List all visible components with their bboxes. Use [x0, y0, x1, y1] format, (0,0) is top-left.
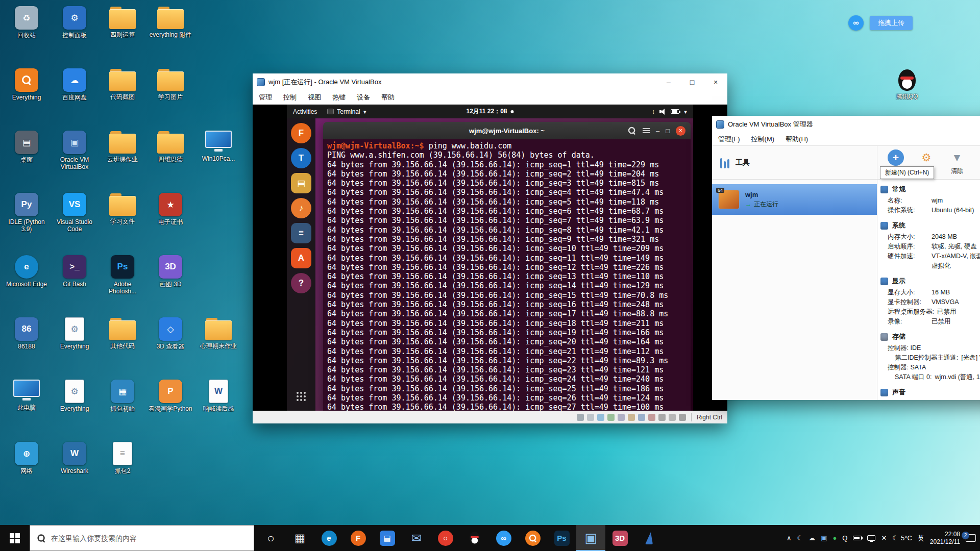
desktop-icon-microsoft-edge[interactable]: eMicrosoft Edge	[4, 255, 49, 288]
shared-folders-status-icon[interactable]	[628, 414, 635, 421]
desktop-icon-viewer-3d[interactable]: ◇3D 查看器	[148, 317, 193, 350]
app-menu[interactable]: Terminal ▾	[327, 108, 366, 115]
taskbar-app-wireshark[interactable]	[634, 525, 664, 551]
desktop-icon-e-certificate[interactable]: ★电子证书	[148, 193, 193, 226]
taskbar-search[interactable]	[30, 525, 254, 551]
desktop-icon-nahan-essay[interactable]: W呐喊读后感	[196, 380, 241, 412]
action-center-icon[interactable]: 2	[966, 534, 976, 542]
taskbar-app-task-view[interactable]: ▦	[285, 525, 314, 551]
ubuntu-status-area[interactable]: ↕ ▾	[652, 108, 687, 115]
network-status-icon[interactable]	[607, 414, 615, 421]
desktop-icon-control-panel[interactable]: ⚙控制面板	[52, 6, 97, 39]
desktop-icon-other-code[interactable]: 其他代码	[100, 317, 145, 349]
recording-status-icon[interactable]	[648, 414, 655, 421]
tray-weiyun-tray-icon[interactable]: ▣	[821, 534, 827, 542]
desktop-icon-git-bash[interactable]: >_Git Bash	[52, 255, 97, 288]
desktop-icon-oracle-virtualbox[interactable]: ▣Oracle VM VirtualBox	[52, 131, 97, 170]
drag-upload-button[interactable]: 拖拽上传	[870, 16, 913, 30]
desktop-icon-app-86188[interactable]: 8686188	[4, 317, 49, 350]
weiyun-cloud-icon[interactable]: ∞	[848, 15, 864, 31]
taskbar-app-photoshop[interactable]: Ps	[547, 525, 576, 551]
manager-titlebar[interactable]: Oracle VM VirtualBox 管理器	[712, 116, 980, 133]
desktop-icon-everything-3[interactable]: ⚙Everything	[52, 380, 97, 412]
tray-network-icon[interactable]	[867, 535, 875, 541]
ubuntu-clock[interactable]: 12月11 22：08	[466, 107, 513, 116]
terminal-close-button[interactable]: ×	[676, 126, 685, 136]
vm-menu-热键[interactable]: 热键	[332, 93, 346, 102]
input-language-button[interactable]: 英	[918, 534, 924, 543]
desktop-icon-recycle-bin[interactable]: ♻回收站	[4, 6, 49, 39]
terminal-minimize-button[interactable]: –	[656, 127, 659, 135]
terminal-titlebar[interactable]: wjm@wjm-VirtualBox: ~ – □ ×	[323, 122, 691, 139]
taskbar-app-edge[interactable]: e	[314, 525, 344, 551]
taskbar-app-listary[interactable]: ○	[256, 525, 285, 551]
hdd-status-icon[interactable]	[577, 414, 584, 421]
desktop-icon-paint-3d[interactable]: 3D画图 3D	[148, 255, 193, 288]
desktop-icon-sizeyunsuan[interactable]: 四则运算	[100, 6, 145, 38]
desktop-icon-wireshark[interactable]: WWireshark	[52, 442, 97, 474]
desktop-icon-study-images[interactable]: 学习图片	[148, 68, 193, 101]
desktop-icon-baidu-netdisk[interactable]: ☁百度网盘	[52, 68, 97, 101]
tray-onedrive-icon[interactable]: ☁	[808, 534, 815, 542]
desktop-icon-desktop-folder[interactable]: ▤桌面	[4, 131, 49, 163]
search-icon[interactable]	[628, 127, 635, 134]
music-icon[interactable]: ♪	[291, 198, 311, 218]
usb-status-icon[interactable]	[618, 414, 625, 421]
minimize-button[interactable]: –	[657, 73, 680, 90]
taskbar-clock[interactable]: 22:08 2021/12/11	[930, 531, 960, 546]
maximize-button[interactable]: □	[680, 73, 704, 90]
thunderbird-icon[interactable]: T	[291, 148, 311, 168]
help-icon[interactable]: ?	[291, 273, 311, 293]
taskbar-app-weiyun[interactable]: ∞	[489, 525, 518, 551]
taskbar-app-mail[interactable]: ✉	[402, 525, 431, 551]
terminal-output[interactable]: wjm@wjm-VirtualBox:~$ ping www.baidu.com…	[323, 139, 691, 411]
cd-status-icon[interactable]	[587, 414, 594, 421]
desktop-icon-idle-python[interactable]: PyIDLE (Python 3.9)	[4, 193, 49, 233]
terminal-restore-button[interactable]: □	[666, 127, 670, 135]
vm-menu-设备[interactable]: 设备	[357, 93, 370, 102]
desktop-icon-this-pc[interactable]: 此电脑	[4, 380, 49, 411]
vm-list-item-wjm[interactable]: 64 wjm → 正在运行	[712, 184, 877, 215]
text-editor-icon[interactable]: ≡	[291, 223, 311, 243]
tray-qq-tray-icon[interactable]: Q	[842, 534, 847, 542]
start-button[interactable]	[0, 525, 30, 551]
desktop-icon-vscode[interactable]: VSVisual Studio Code	[52, 193, 97, 233]
tray-volume-muted-icon[interactable]: ✕	[881, 534, 887, 542]
ubuntu-software-icon[interactable]: A	[291, 248, 311, 268]
taskbar-app-everything-search[interactable]	[518, 525, 547, 551]
taskbar-app-blue-app[interactable]: ▤	[373, 525, 402, 551]
desktop-icon-siweiside[interactable]: 四维思德	[148, 131, 193, 163]
close-button[interactable]: ×	[704, 73, 727, 90]
taskbar-app-qq[interactable]	[460, 525, 489, 551]
manager-menu-管理(F)[interactable]: 管理(F)	[718, 135, 740, 144]
menu-icon[interactable]	[643, 128, 650, 133]
display-status-icon[interactable]	[638, 414, 645, 421]
tray-battery-icon[interactable]	[853, 536, 862, 540]
mouse-status-icon[interactable]	[669, 414, 676, 421]
firefox-icon[interactable]: F	[291, 123, 311, 143]
vm-window-titlebar[interactable]: wjm [正在运行] - Oracle VM VirtualBox – □ ×	[253, 73, 727, 90]
desktop-icon-yunbanke-homework[interactable]: 云班课作业	[100, 131, 145, 163]
desktop-icon-psychology-homework[interactable]: 心理期末作业	[196, 317, 241, 349]
manager-menu-控制(M)[interactable]: 控制(M)	[751, 135, 775, 144]
audio-status-icon[interactable]	[597, 414, 604, 421]
vm-menu-帮助[interactable]: 帮助	[381, 93, 395, 102]
desktop-icon-everything-attachment[interactable]: everything 附件	[148, 6, 193, 38]
desktop-icon-tencent-qq[interactable]: 腾讯QQ	[886, 69, 928, 100]
desktop-icon-network-places[interactable]: ⊕网络	[4, 442, 49, 474]
desktop-icon-everything-2[interactable]: ⚙Everything	[52, 317, 97, 350]
features-status-icon[interactable]	[658, 414, 666, 421]
taskbar-app-firefox[interactable]: F	[344, 525, 373, 551]
activities-button[interactable]: Activities	[293, 108, 317, 115]
tray-green-status-icon[interactable]: ●	[832, 534, 837, 542]
vm-menu-控制[interactable]: 控制	[283, 93, 297, 102]
tray-night-mode-icon[interactable]: ☾	[797, 534, 803, 542]
desktop-icon-study-files[interactable]: 学习文件	[100, 193, 145, 225]
taskbar-app-virtualbox[interactable]: ▣	[576, 525, 605, 551]
weather-widget[interactable]: ☾ 5°C	[892, 534, 912, 542]
desktop-icon-comic-python[interactable]: P看漫画学Python	[148, 380, 193, 412]
keyboard-status-icon[interactable]	[679, 414, 686, 421]
desktop-icon-packet-capture-2[interactable]: ≡抓包2	[100, 442, 145, 474]
show-apps-icon[interactable]	[291, 386, 311, 406]
vm-menu-视图[interactable]: 视图	[308, 93, 321, 102]
